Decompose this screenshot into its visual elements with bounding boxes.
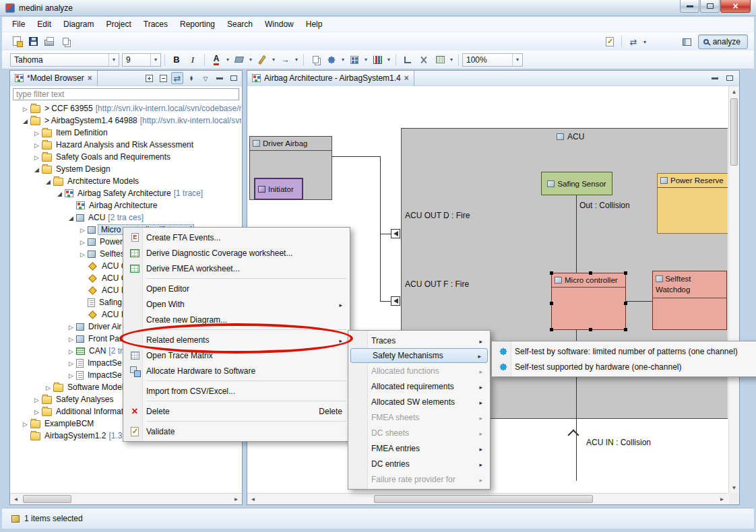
zoom-combo[interactable]: 100% — [462, 53, 523, 67]
zoom-dropdown-icon[interactable] — [512, 54, 522, 66]
menu-file[interactable]: File — [6, 18, 31, 31]
tree-item-safety-goals[interactable]: Safety Goals and Requirements — [10, 151, 241, 163]
scroll-up-icon[interactable]: ▲ — [729, 86, 739, 97]
connection-line[interactable] — [380, 156, 381, 302]
menu-item-allocate-hw-to-sw[interactable]: Allocate Hardware to Software — [125, 363, 348, 378]
open-perspective-button[interactable] — [679, 34, 695, 49]
selection-handle[interactable] — [550, 271, 553, 275]
tree-item-system-design[interactable]: System Design — [10, 163, 241, 175]
connection-line[interactable] — [576, 195, 577, 273]
tree-item-architecture-models[interactable]: Architecture Models — [10, 175, 241, 187]
expand-arrow-icon[interactable] — [67, 358, 75, 368]
port-icon[interactable] — [391, 296, 400, 306]
menu-traces[interactable]: Traces — [137, 18, 174, 31]
selection-handle[interactable] — [624, 328, 627, 331]
submenu-item-selftest-software[interactable]: Self-test by software: limited number of… — [493, 343, 756, 359]
expand-all-button[interactable] — [143, 72, 155, 84]
collapse-arrow-icon[interactable] — [32, 164, 41, 174]
title-bar[interactable]: medini analyze — [0, 0, 756, 16]
close-button[interactable] — [720, 0, 751, 13]
tab-model-browser[interactable]: *Model Browser — [10, 71, 98, 86]
font-color-dropdown[interactable] — [224, 53, 231, 67]
collapse-arrow-icon[interactable] — [21, 116, 30, 125]
filter-input[interactable] — [13, 88, 239, 100]
clone-button[interactable] — [307, 53, 323, 67]
close-icon[interactable] — [88, 73, 92, 83]
font-name-combo[interactable]: Tahoma — [10, 53, 119, 67]
expand-arrow-icon[interactable] — [32, 152, 41, 162]
fill-color-button[interactable] — [231, 53, 247, 67]
selection-handle[interactable] — [624, 271, 627, 275]
expand-arrow-icon[interactable] — [78, 225, 87, 234]
submenu-item-dc-entries[interactable]: DC entries — [350, 456, 489, 471]
expand-arrow-icon[interactable] — [32, 140, 41, 149]
scroll-right-icon[interactable]: ► — [230, 494, 242, 504]
tree-item-hara[interactable]: Hazard Analysis and Risk Assessment — [10, 139, 241, 151]
submenu-item-allocated-sw-elements[interactable]: Allocated SW elements — [350, 394, 489, 409]
menu-project[interactable]: Project — [100, 18, 137, 31]
menu-item-related-elements[interactable]: Related elements — [125, 332, 348, 347]
selection-handle[interactable] — [589, 328, 592, 331]
scrollbar-thumb[interactable] — [23, 495, 71, 503]
font-size-dropdown-icon[interactable] — [150, 54, 160, 66]
layout-button[interactable] — [323, 53, 340, 67]
menu-item-validate[interactable]: Validate — [125, 424, 348, 439]
menu-edit[interactable]: Edit — [31, 18, 57, 31]
menu-item-open-editor[interactable]: Open Editor — [125, 281, 348, 296]
trace-tool-dropdown[interactable] — [641, 34, 648, 49]
expand-arrow-icon[interactable] — [21, 104, 30, 113]
collapse-arrow-icon[interactable] — [55, 189, 64, 198]
expand-arrow-icon[interactable] — [32, 407, 41, 416]
tree-item-ccf[interactable]: > CCF 63955[http://svn.ikv-intern.local/… — [10, 102, 241, 114]
safing-sensor-block[interactable]: Safing Sensor — [541, 172, 612, 195]
analyze-perspective-button[interactable]: analyze — [698, 34, 748, 49]
expand-arrow-icon[interactable] — [78, 237, 87, 246]
menu-item-derive-dc-worksheet[interactable]: Derive Diagnostic Coverage worksheet... — [125, 245, 348, 261]
menu-item-derive-fmea-worksheet[interactable]: Derive FMEA worksheet... — [125, 261, 348, 276]
chart-button[interactable] — [369, 53, 385, 67]
font-name-dropdown-icon[interactable] — [108, 54, 119, 66]
submenu-item-fmea-entries[interactable]: FMEA entries — [350, 440, 489, 456]
tree-item-airbagsystem14[interactable]: > AirbagSystem1.4 64988[http://svn.ikv-i… — [10, 114, 241, 127]
menu-item-import-csv-excel[interactable]: Import from CSV/Excel... — [125, 383, 348, 399]
expand-arrow-icon[interactable] — [67, 322, 75, 331]
menu-help[interactable]: Help — [300, 18, 329, 31]
tree-item-airbag-architecture[interactable]: Airbag Architecture — [10, 199, 241, 211]
collapse-arrow-icon[interactable] — [44, 176, 53, 186]
tree-item-item-definition[interactable]: Item Definition — [10, 127, 241, 139]
collapse-arrow-icon[interactable] — [67, 213, 75, 222]
scrollbar-thumb[interactable] — [374, 495, 593, 503]
expand-arrow-icon[interactable] — [32, 128, 41, 137]
save-all-button[interactable] — [57, 34, 73, 48]
scroll-left-icon[interactable]: ◄ — [10, 494, 22, 504]
layout-dropdown[interactable] — [340, 53, 346, 67]
selftest-watchdog-block[interactable]: Selftest Watchdog — [652, 271, 727, 330]
expand-arrow-icon[interactable] — [67, 346, 75, 356]
table-button[interactable] — [432, 53, 448, 67]
expand-arrow-icon[interactable] — [67, 370, 75, 380]
table-dropdown[interactable] — [448, 53, 455, 67]
new-file-button[interactable] — [9, 34, 25, 48]
menu-search[interactable]: Search — [221, 18, 259, 31]
port-icon[interactable] — [391, 229, 400, 238]
editor-minimize-button[interactable] — [709, 72, 721, 84]
expand-arrow-icon[interactable] — [78, 249, 87, 259]
expand-arrow-icon[interactable] — [67, 334, 75, 343]
selection-handle[interactable] — [589, 271, 592, 275]
connection-line[interactable] — [380, 301, 391, 302]
link-with-editor-button[interactable] — [171, 72, 183, 84]
expand-arrow-icon[interactable] — [32, 395, 41, 404]
connection-line[interactable] — [380, 234, 391, 234]
submenu-item-traces[interactable]: Traces — [350, 333, 489, 348]
view-minimize-button[interactable] — [214, 72, 226, 84]
line-color-button[interactable] — [254, 53, 270, 67]
tab-airbag-architecture[interactable]: Airbag Architecture - AirbagSystem1.4 — [247, 71, 414, 86]
acu-title[interactable]: ACU — [557, 132, 584, 141]
scroll-right-icon[interactable]: ► — [716, 494, 728, 504]
align-button[interactable] — [346, 53, 363, 67]
scroll-left-icon[interactable]: ◄ — [247, 494, 259, 504]
line-style-dropdown[interactable] — [293, 53, 300, 67]
trace-tool-button[interactable] — [625, 34, 641, 49]
micro-controller-block[interactable]: Micro controller — [551, 273, 626, 330]
view-maximize-button[interactable] — [228, 72, 240, 84]
